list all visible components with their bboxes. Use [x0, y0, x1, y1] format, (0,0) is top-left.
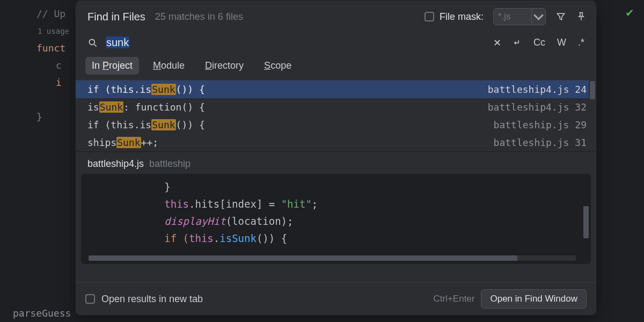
inspection-ok-icon[interactable]: ✔: [625, 6, 634, 19]
shortcut-hint: Ctrl+Enter: [433, 294, 474, 304]
file-mask-group: File mask:: [425, 11, 484, 23]
tab-directory[interactable]: Directory: [199, 57, 250, 75]
file-mask-label: File mask:: [440, 11, 484, 23]
results-list: if (this.isSunk()) { battleship4.js 24 i…: [76, 80, 596, 151]
regex-toggle[interactable]: .*: [576, 36, 587, 49]
search-input[interactable]: sunk: [106, 36, 486, 49]
open-in-find-window-button[interactable]: Open in Find Window: [481, 289, 587, 309]
code-brace: }: [36, 108, 42, 126]
scope-tabs: In Project Module Directory Scope: [76, 54, 596, 80]
chevron-down-icon: [532, 10, 545, 24]
tab-in-project[interactable]: In Project: [85, 57, 139, 75]
svg-point-0: [89, 39, 94, 45]
open-new-tab-checkbox[interactable]: [85, 294, 95, 304]
results-scrollbar[interactable]: [589, 80, 596, 151]
dialog-footer: Open results in new tab Ctrl+Enter Open …: [76, 282, 596, 315]
search-text: sunk: [106, 36, 129, 48]
search-icon[interactable]: [87, 38, 98, 48]
dialog-titlebar: Find in Files 25 matches in 6 files File…: [76, 1, 596, 31]
match-case-toggle[interactable]: Cc: [531, 36, 547, 49]
code-kw: funct: [36, 40, 65, 57]
pin-icon[interactable]: [576, 11, 587, 22]
file-mask-dropdown[interactable]: [531, 9, 545, 25]
file-mask-checkbox[interactable]: [425, 12, 434, 21]
preview-file: battleship4.js: [87, 158, 144, 170]
code-char: c: [36, 57, 62, 74]
preview-h-scrollbar[interactable]: [89, 255, 576, 261]
code-char: i: [36, 74, 62, 91]
result-row[interactable]: isSunk: function() { battleship4.js 32: [76, 98, 596, 116]
preview-path: battleship: [149, 158, 191, 170]
preview-pane[interactable]: } this.hits[index] = "hit"; displayHit(l…: [81, 174, 591, 264]
tab-module[interactable]: Module: [147, 57, 191, 75]
match-count: 25 matches in 6 files: [155, 11, 243, 23]
words-toggle[interactable]: W: [555, 36, 568, 49]
result-row[interactable]: if (this.isSunk()) { battleship.js 29: [76, 116, 596, 134]
code-comment: // Up: [36, 5, 65, 23]
result-row[interactable]: if (this.isSunk()) { battleship4.js 24: [76, 80, 596, 98]
file-mask-field[interactable]: [493, 8, 546, 25]
open-new-tab-label: Open results in new tab: [101, 294, 203, 305]
usages-hint: 1 usage: [36, 23, 69, 40]
editor-bottom-text: parseGuess: [13, 308, 71, 319]
find-in-files-dialog: Find in Files 25 matches in 6 files File…: [75, 0, 597, 316]
newline-toggle[interactable]: [509, 36, 524, 49]
result-row[interactable]: shipsSunk++; battleship.js 31: [76, 134, 596, 151]
preview-header: battleship4.js battleship: [76, 151, 596, 174]
preview-v-scrollbar[interactable]: [583, 206, 589, 238]
file-mask-input[interactable]: [494, 11, 531, 22]
tab-scope[interactable]: Scope: [258, 57, 298, 75]
dialog-title: Find in Files: [87, 11, 145, 23]
clear-search-icon[interactable]: ✕: [493, 37, 501, 49]
filter-icon[interactable]: [555, 11, 566, 22]
search-row: sunk ✕ Cc W .*: [76, 31, 596, 54]
